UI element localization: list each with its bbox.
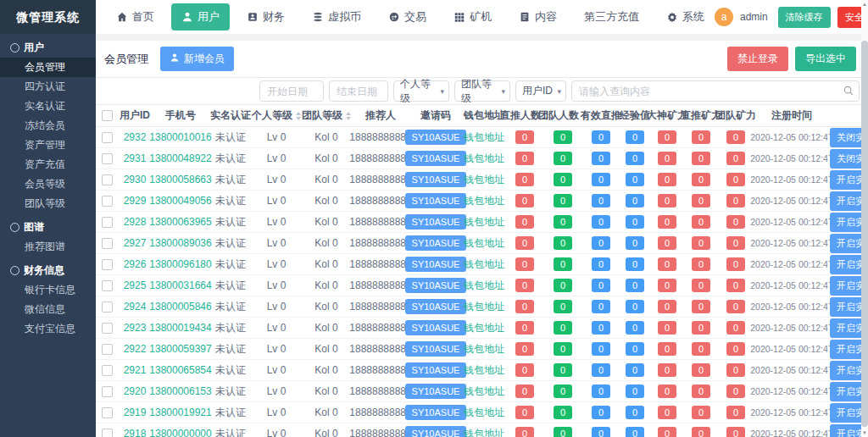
wallet-link[interactable]: 钱包地址	[464, 257, 504, 272]
sidebar-item-alipay-info[interactable]: 支付宝信息	[0, 319, 96, 339]
invite-code-chip[interactable]: SY10ASUE	[405, 193, 467, 208]
id-link[interactable]: 2920	[124, 385, 147, 397]
row-checkbox[interactable]	[102, 132, 113, 143]
sidebar-item-frozen-members[interactable]: 冻结会员	[0, 116, 96, 136]
sidebar-section-header[interactable]: 图谱	[0, 217, 96, 237]
wallet-link[interactable]: 钱包地址	[464, 194, 504, 208]
row-checkbox[interactable]	[102, 429, 113, 437]
invite-code-chip[interactable]: SY10ASUE	[405, 299, 467, 314]
wallet-link[interactable]: 钱包地址	[464, 173, 504, 187]
invite-code-chip[interactable]: SY10ASUE	[405, 362, 467, 378]
row-checkbox[interactable]	[102, 238, 113, 249]
id-link[interactable]: 2931	[124, 152, 147, 164]
nav-item-third-party-recharge[interactable]: 第三方充值	[574, 3, 649, 30]
sidebar-item-member-level[interactable]: 会员等级	[0, 174, 96, 194]
clear-cache-button[interactable]: 清除缓存	[778, 7, 831, 28]
personal-level-select[interactable]: 个人等级 ▾	[393, 80, 449, 102]
select-all-checkbox[interactable]	[102, 110, 113, 121]
row-checkbox[interactable]	[102, 386, 113, 397]
invite-code-chip[interactable]: SY10ASUE	[405, 235, 467, 251]
row-checkbox[interactable]	[102, 217, 113, 228]
phone-link[interactable]: 13800048922	[149, 152, 211, 164]
wallet-link[interactable]: 钱包地址	[464, 321, 504, 335]
phone-link[interactable]: 13800049056	[149, 195, 211, 207]
id-link[interactable]: 2929	[124, 195, 147, 207]
nav-item-finance[interactable]: 财务	[236, 3, 295, 30]
invite-code-chip[interactable]: SY10ASUE	[405, 278, 467, 293]
phone-link[interactable]: 13800096180	[149, 258, 211, 270]
sidebar-section-header[interactable]: 用户	[0, 37, 96, 58]
nav-item-trade[interactable]: 交易	[378, 3, 437, 30]
export-selected-button[interactable]: 导出选中	[795, 47, 856, 71]
add-member-button[interactable]: 新增会员	[160, 47, 234, 71]
start-date-input[interactable]	[259, 80, 324, 102]
phone-link[interactable]: 13800005846	[149, 301, 211, 313]
id-link[interactable]: 2919	[124, 407, 147, 418]
phone-link[interactable]: 13800019921	[149, 407, 211, 418]
wallet-link[interactable]: 钱包地址	[464, 300, 504, 314]
nav-item-content[interactable]: 内容	[509, 3, 567, 30]
sidebar-item-referral-graph[interactable]: 推荐图谱	[0, 237, 96, 257]
invite-code-chip[interactable]: SY10ASUE	[405, 151, 467, 166]
phone-link[interactable]: 13800006153	[149, 385, 211, 397]
phone-link[interactable]: 13800000000	[149, 428, 211, 437]
wallet-link[interactable]: 钱包地址	[464, 215, 504, 230]
sort-carets-icon[interactable]	[346, 112, 351, 120]
search-icon[interactable]	[843, 85, 854, 97]
invite-code-chip[interactable]: SY10ASUE	[405, 405, 467, 420]
ban-login-button[interactable]: 禁止登录	[727, 47, 788, 71]
nav-item-home[interactable]: 首页	[106, 3, 164, 30]
sidebar-item-member-management[interactable]: 会员管理	[0, 58, 96, 77]
sidebar-item-asset-management[interactable]: 资产管理	[0, 136, 96, 155]
invite-code-chip[interactable]: SY10ASUE	[405, 257, 467, 272]
nav-item-miner[interactable]: 矿机	[443, 3, 502, 30]
id-link[interactable]: 2923	[124, 322, 147, 334]
row-checkbox[interactable]	[102, 365, 113, 376]
row-checkbox[interactable]	[102, 153, 113, 164]
end-date-input[interactable]	[329, 80, 388, 102]
id-link[interactable]: 2921	[124, 364, 147, 376]
sidebar-item-team-level[interactable]: 团队等级	[0, 194, 96, 213]
row-checkbox[interactable]	[102, 174, 113, 185]
invite-code-chip[interactable]: SY10ASUE	[405, 341, 467, 357]
id-link[interactable]: 2918	[124, 428, 147, 437]
phone-link[interactable]: 13800059397	[149, 343, 211, 355]
vertical-scrollbar[interactable]: ▲ ▼	[861, 0, 868, 437]
row-checkbox[interactable]	[102, 407, 113, 418]
nav-item-crypto[interactable]: 虚拟币	[302, 3, 371, 30]
sidebar-item-bank-card-info[interactable]: 银行卡信息	[0, 280, 96, 300]
scroll-up-arrow-icon[interactable]: ▲	[861, 1, 868, 8]
sidebar-item-wechat-info[interactable]: 微信信息	[0, 300, 96, 319]
phone-link[interactable]: 13800010016	[149, 131, 211, 143]
phone-link[interactable]: 13800019434	[149, 322, 211, 334]
nav-item-users[interactable]: 用户	[171, 3, 230, 30]
invite-code-chip[interactable]: SY10ASUE	[405, 384, 467, 399]
wallet-link[interactable]: 钱包地址	[464, 427, 504, 437]
id-link[interactable]: 2928	[124, 216, 147, 228]
invite-code-chip[interactable]: SY10ASUE	[405, 172, 467, 187]
row-checkbox[interactable]	[102, 280, 113, 291]
col-header-tlevel[interactable]: 团队等级	[301, 108, 352, 123]
id-link[interactable]: 2924	[124, 301, 147, 313]
col-header-plevel[interactable]: 个人等级	[252, 108, 301, 123]
phone-link[interactable]: 13800063965	[149, 216, 211, 228]
col-header-team[interactable]: 团队人数	[543, 108, 582, 123]
wallet-link[interactable]: 钱包地址	[464, 363, 504, 378]
wallet-link[interactable]: 钱包地址	[464, 152, 504, 166]
scrollbar-thumb[interactable]	[861, 41, 868, 427]
wallet-link[interactable]: 钱包地址	[464, 236, 504, 251]
invite-code-chip[interactable]: SY10ASUE	[405, 130, 467, 145]
sidebar-item-fourth-party-auth[interactable]: 四方认证	[0, 77, 96, 97]
sidebar-item-asset-recharge[interactable]: 资产充值	[0, 155, 96, 174]
phone-link[interactable]: 13800031664	[149, 279, 211, 291]
row-checkbox[interactable]	[102, 301, 113, 313]
row-checkbox[interactable]	[102, 344, 113, 355]
search-field-select[interactable]: 用户ID ▾	[515, 80, 566, 102]
row-checkbox[interactable]	[102, 259, 113, 270]
id-link[interactable]: 2925	[124, 279, 147, 291]
invite-code-chip[interactable]: SY10ASUE	[405, 320, 467, 335]
phone-link[interactable]: 13800089036	[149, 237, 211, 249]
wallet-link[interactable]: 钱包地址	[464, 130, 504, 145]
search-input[interactable]	[571, 80, 860, 102]
id-link[interactable]: 2930	[124, 174, 147, 185]
